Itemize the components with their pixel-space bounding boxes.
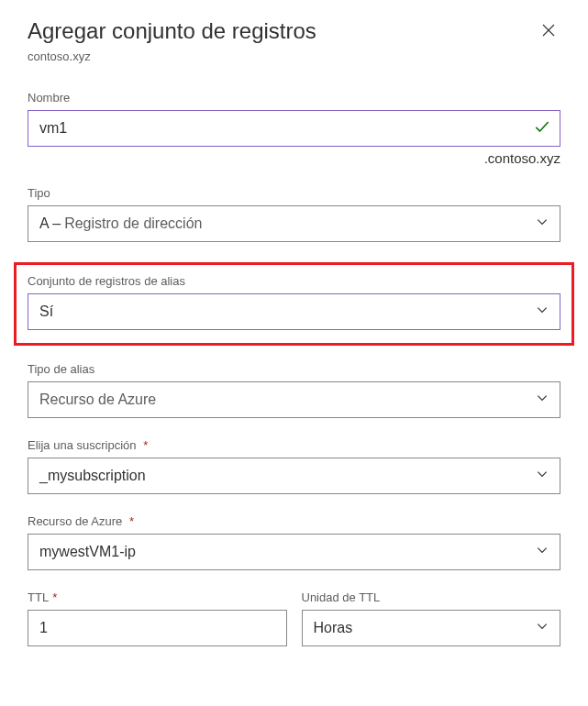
chevron-down-icon — [536, 544, 549, 560]
subscription-value: _mysubscription — [39, 468, 146, 484]
chevron-down-icon — [536, 468, 549, 484]
chevron-down-icon — [536, 392, 549, 408]
chevron-down-icon — [536, 303, 549, 320]
azure-resource-value: mywestVM1-ip — [39, 544, 136, 560]
close-button[interactable] — [537, 18, 560, 46]
azure-resource-select[interactable]: mywestVM1-ip — [28, 534, 560, 570]
ttl-unit-label: Unidad de TTL — [302, 590, 561, 604]
alias-set-select[interactable]: Sí — [28, 293, 560, 330]
page-title: Agregar conjunto de registros — [28, 18, 316, 44]
alias-set-value: Sí — [39, 303, 53, 320]
chevron-down-icon — [536, 215, 549, 232]
required-mark: * — [129, 514, 134, 528]
alias-type-select[interactable]: Recurso de Azure — [28, 381, 560, 418]
type-value: Registro de dirección — [64, 215, 202, 232]
type-label: Tipo — [28, 186, 560, 200]
domain-suffix: .contoso.xyz — [28, 150, 560, 166]
close-icon — [540, 26, 557, 41]
ttl-unit-value: Horas — [314, 620, 353, 636]
required-mark: * — [52, 590, 57, 604]
name-label: Nombre — [28, 91, 560, 105]
ttl-input[interactable] — [28, 610, 287, 646]
subscription-label: Elija una suscripción * — [28, 438, 560, 452]
name-input[interactable] — [28, 110, 560, 147]
alias-type-value: Recurso de Azure — [39, 392, 156, 408]
alias-set-label: Conjunto de registros de alias — [28, 274, 560, 288]
azure-resource-label: Recurso de Azure * — [28, 514, 560, 528]
ttl-unit-select[interactable]: Horas — [302, 610, 561, 646]
alias-set-highlighted-group: Conjunto de registros de alias Sí — [14, 262, 574, 346]
required-mark: * — [143, 438, 148, 452]
subscription-select[interactable]: _mysubscription — [28, 458, 560, 494]
chevron-down-icon — [536, 620, 549, 636]
type-select[interactable]: A – Registro de dirección — [28, 205, 560, 242]
checkmark-icon — [533, 117, 551, 139]
alias-type-label: Tipo de alias — [28, 362, 560, 376]
type-prefix: A – — [39, 215, 61, 232]
ttl-label: TTL* — [28, 590, 287, 604]
subtitle: contoso.xyz — [28, 50, 560, 63]
